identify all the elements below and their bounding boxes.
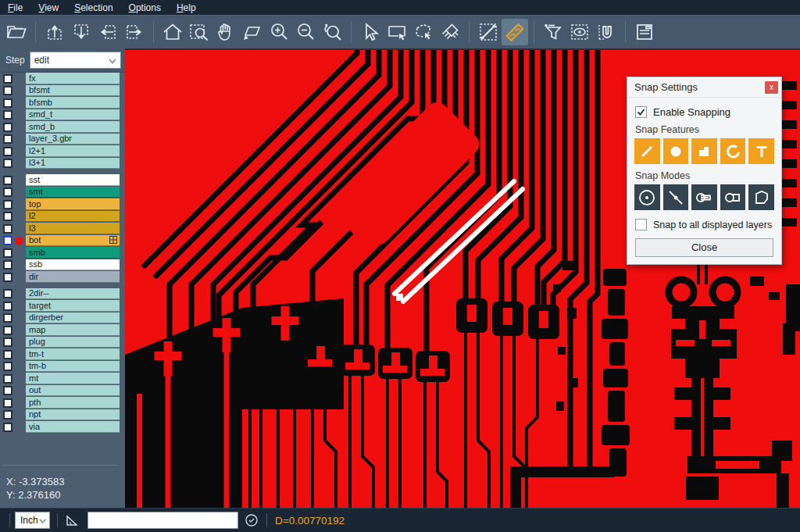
- layer-row-target[interactable]: target: [0, 300, 125, 312]
- layer-row-top[interactable]: top: [0, 198, 125, 211]
- step-select[interactable]: edit: [30, 52, 121, 69]
- sync-icon[interactable]: [245, 513, 259, 527]
- layer-row-npt[interactable]: npt: [0, 409, 125, 422]
- layer-visibility-checkbox[interactable]: [3, 110, 12, 120]
- snap-feature-text-button[interactable]: [748, 138, 774, 164]
- layer-visibility-checkbox[interactable]: [3, 123, 12, 132]
- zoom-home-button[interactable]: [159, 19, 186, 45]
- layer-visibility-checkbox[interactable]: [3, 74, 12, 84]
- layer-visibility-checkbox[interactable]: [3, 302, 12, 311]
- layer-row-sst[interactable]: sst: [0, 174, 125, 187]
- view-area-button[interactable]: [239, 19, 266, 45]
- layer-visibility-checkbox[interactable]: [3, 212, 12, 221]
- layer-visibility-checkbox[interactable]: [3, 98, 12, 108]
- menu-file[interactable]: File: [0, 1, 30, 15]
- menu-options[interactable]: Options: [121, 1, 169, 15]
- snap-mode-center-button[interactable]: [634, 184, 660, 210]
- layer-visibility-checkbox[interactable]: [3, 248, 12, 258]
- layer-visibility-checkbox[interactable]: [3, 374, 12, 384]
- snap-mode-contour-button[interactable]: [748, 184, 774, 210]
- layer-visibility-checkbox[interactable]: [3, 260, 12, 270]
- unit-select[interactable]: Inch: [15, 512, 50, 529]
- snap-feature-circle-button[interactable]: [663, 138, 689, 164]
- menu-help[interactable]: Help: [169, 1, 204, 15]
- pan-down-button[interactable]: [68, 19, 95, 45]
- open-file-button[interactable]: [3, 19, 30, 45]
- snap-mode-slot-line-button[interactable]: [691, 184, 717, 210]
- zoom-in-button[interactable]: [266, 19, 292, 45]
- snap-feature-pad-button[interactable]: [691, 138, 717, 164]
- measure-tool-button[interactable]: [475, 19, 502, 45]
- layer-row-smd_b[interactable]: smd_b: [0, 121, 125, 134]
- layer-visibility-checkbox[interactable]: [3, 337, 12, 347]
- layer-visibility-checkbox[interactable]: [3, 187, 12, 197]
- layer-row-bot[interactable]: bot: [0, 235, 125, 248]
- layer-row-bfsmt[interactable]: bfsmt: [0, 85, 125, 98]
- layer-visibility-checkbox[interactable]: [3, 423, 12, 432]
- layer-row-ssb[interactable]: ssb: [0, 259, 125, 272]
- layer-row-tm-t[interactable]: tm-t: [0, 348, 125, 361]
- pan-tool-button[interactable]: [212, 19, 239, 45]
- brush-tool-button[interactable]: [437, 19, 463, 45]
- layer-visibility-checkbox[interactable]: [3, 289, 12, 298]
- layer-visibility-checkbox[interactable]: [3, 313, 12, 323]
- layer-row-dir[interactable]: dir: [0, 271, 125, 284]
- layer-visibility-checkbox[interactable]: [3, 176, 12, 185]
- menu-view[interactable]: View: [30, 1, 66, 15]
- snap-mode-midpoint-button[interactable]: [663, 184, 689, 210]
- filter-button[interactable]: [540, 19, 566, 45]
- layer-row-smb[interactable]: smb: [0, 247, 125, 259]
- enable-snapping-row[interactable]: Enable Snapping: [635, 106, 774, 118]
- layer-row-l3[interactable]: l3: [0, 223, 125, 235]
- pan-left-button[interactable]: [95, 19, 121, 45]
- rect-select-button[interactable]: [384, 19, 410, 45]
- layer-visibility-checkbox[interactable]: [3, 386, 12, 395]
- layer-row-dirgerber[interactable]: dirgerber: [0, 312, 125, 325]
- layer-visibility-checkbox[interactable]: [3, 273, 12, 282]
- select-tool-button[interactable]: [357, 19, 384, 45]
- layer-row-l2+1[interactable]: l2+1: [0, 145, 125, 158]
- snap-feature-arc-button[interactable]: [720, 138, 746, 164]
- snap-all-layers-checkbox[interactable]: [635, 219, 647, 230]
- zoom-out-button[interactable]: [292, 19, 319, 45]
- snap-all-layers-row[interactable]: Snap to all displayed layers: [635, 219, 774, 230]
- layer-row-tm-b[interactable]: tm-b: [0, 361, 125, 373]
- layer-row-map[interactable]: map: [0, 324, 125, 337]
- layer-row-layer_3.gbr[interactable]: layer_3.gbr: [0, 134, 125, 146]
- layer-row-pth[interactable]: pth: [0, 397, 125, 409]
- layer-row-bfsmb[interactable]: bfsmb: [0, 97, 125, 109]
- layer-row-out[interactable]: out: [0, 385, 125, 398]
- menu-selection[interactable]: Selection: [66, 1, 120, 15]
- polygon-select-button[interactable]: [410, 19, 437, 45]
- layer-row-mt[interactable]: mt: [0, 373, 125, 385]
- layer-row-2dir--[interactable]: 2dir--: [0, 288, 125, 301]
- layer-visibility-checkbox[interactable]: [3, 86, 12, 95]
- layer-visibility-checkbox[interactable]: [3, 236, 12, 245]
- layer-visibility-checkbox[interactable]: [3, 362, 12, 371]
- snap-feature-line-button[interactable]: [634, 138, 660, 164]
- dialog-close-icon[interactable]: x: [765, 81, 778, 94]
- pan-right-button[interactable]: [121, 19, 148, 45]
- properties-panel-button[interactable]: [631, 19, 658, 45]
- layer-row-l2[interactable]: l2: [0, 211, 125, 223]
- layer-row-l3+1[interactable]: l3+1: [0, 158, 125, 170]
- layer-row-smd_t[interactable]: smd_t: [0, 109, 125, 122]
- measure-input[interactable]: [88, 512, 238, 529]
- view-options-button[interactable]: [566, 19, 593, 45]
- layer-row-via[interactable]: via: [0, 421, 125, 434]
- layer-visibility-checkbox[interactable]: [3, 350, 12, 359]
- dialog-close-button[interactable]: Close: [635, 238, 773, 257]
- pan-up-button[interactable]: [41, 19, 68, 45]
- layer-visibility-checkbox[interactable]: [3, 134, 12, 144]
- zoom-previous-button[interactable]: [319, 19, 345, 45]
- layer-visibility-checkbox[interactable]: [3, 147, 12, 156]
- layer-visibility-checkbox[interactable]: [3, 398, 12, 408]
- layer-visibility-checkbox[interactable]: [3, 224, 12, 234]
- snap-button[interactable]: [593, 19, 620, 45]
- layer-row-plug[interactable]: plug: [0, 337, 125, 349]
- layer-row-smt[interactable]: smt: [0, 187, 125, 199]
- layer-row-fx[interactable]: fx: [0, 73, 125, 85]
- ruler-tool-button[interactable]: [502, 19, 528, 45]
- snap-mode-slot-button[interactable]: [720, 184, 746, 210]
- angle-icon[interactable]: [64, 512, 80, 528]
